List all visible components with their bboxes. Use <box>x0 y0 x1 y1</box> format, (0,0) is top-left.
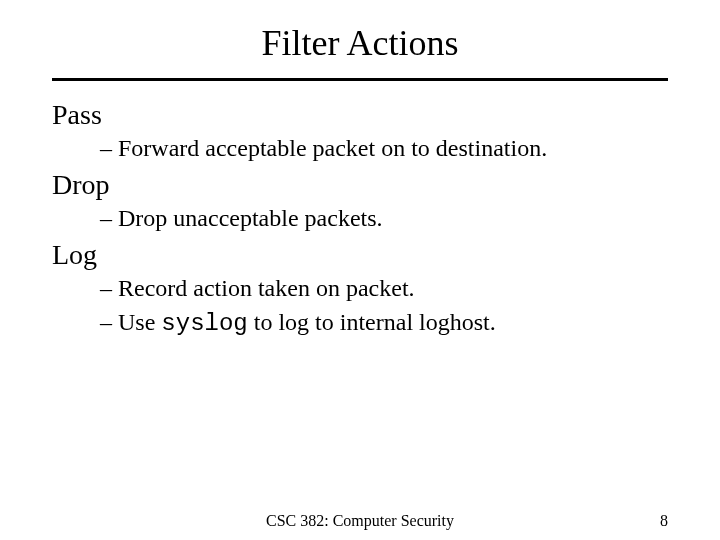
sub-pass-0: – Forward acceptable packet on to destin… <box>52 135 668 163</box>
sub-text: – Drop unacceptable packets. <box>100 205 383 231</box>
footer-course: CSC 382: Computer Security <box>0 512 720 530</box>
sub-text: – Record action taken on packet. <box>100 275 415 301</box>
heading-drop: Drop <box>52 169 668 201</box>
heading-pass: Pass <box>52 99 668 131</box>
sub-text: – Use <box>100 309 161 335</box>
sub-log-0: – Record action taken on packet. <box>52 275 668 303</box>
sub-text: – Forward acceptable packet on to destin… <box>100 135 547 161</box>
slide-body: Pass – Forward acceptable packet on to d… <box>0 81 720 337</box>
slide-title: Filter Actions <box>0 0 720 78</box>
sub-log-1: – Use syslog to log to internal loghost. <box>52 309 668 337</box>
sub-drop-0: – Drop unacceptable packets. <box>52 205 668 233</box>
heading-log: Log <box>52 239 668 271</box>
sub-post: to log to internal loghost. <box>248 309 496 335</box>
sub-mono: syslog <box>161 310 247 337</box>
slide: Filter Actions Pass – Forward acceptable… <box>0 0 720 540</box>
footer-page-number: 8 <box>660 512 668 530</box>
